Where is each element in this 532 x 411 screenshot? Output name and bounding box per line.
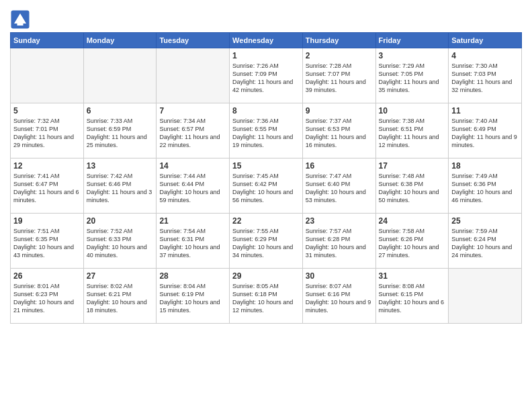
logo-icon	[10, 9, 30, 30]
day-number: 15	[232, 161, 300, 171]
day-number: 24	[379, 216, 446, 226]
day-number: 2	[306, 51, 373, 60]
day-number: 13	[87, 161, 154, 171]
day-number: 27	[87, 271, 154, 281]
logo	[10, 9, 32, 30]
day-number: 14	[159, 161, 226, 171]
day-info: Sunrise: 8:08 AMSunset: 6:15 PMDaylight:…	[379, 282, 446, 315]
col-thursday: Thursday	[302, 33, 375, 48]
day-number: 17	[379, 161, 446, 171]
day-number: 25	[451, 216, 519, 226]
day-cell: 31Sunrise: 8:08 AMSunset: 6:15 PMDayligh…	[375, 269, 449, 324]
day-info: Sunrise: 7:26 AMSunset: 7:09 PMDaylight:…	[232, 62, 300, 95]
header-row: Sunday Monday Tuesday Wednesday Thursday…	[11, 33, 522, 48]
day-cell: 7Sunrise: 7:34 AMSunset: 6:57 PMDaylight…	[157, 103, 230, 158]
day-cell: 10Sunrise: 7:38 AMSunset: 6:51 PMDayligh…	[375, 103, 449, 158]
day-info: Sunrise: 7:33 AMSunset: 6:59 PMDaylight:…	[87, 117, 154, 150]
day-cell: 21Sunrise: 7:54 AMSunset: 6:31 PMDayligh…	[157, 214, 230, 269]
day-cell	[11, 48, 84, 103]
day-info: Sunrise: 7:42 AMSunset: 6:46 PMDaylight:…	[87, 172, 154, 205]
day-number: 31	[379, 271, 446, 281]
day-info: Sunrise: 7:52 AMSunset: 6:33 PMDaylight:…	[87, 227, 154, 260]
day-info: Sunrise: 8:05 AMSunset: 6:18 PMDaylight:…	[232, 282, 300, 315]
col-saturday: Saturday	[449, 33, 522, 48]
week-row-1: 1Sunrise: 7:26 AMSunset: 7:09 PMDaylight…	[11, 48, 522, 103]
day-cell: 4Sunrise: 7:30 AMSunset: 7:03 PMDaylight…	[449, 48, 522, 103]
day-number: 12	[13, 161, 81, 171]
day-number: 20	[87, 216, 154, 226]
day-info: Sunrise: 7:47 AMSunset: 6:40 PMDaylight:…	[306, 172, 373, 205]
day-cell: 9Sunrise: 7:37 AMSunset: 6:53 PMDaylight…	[302, 103, 375, 158]
day-number: 9	[306, 106, 373, 116]
day-info: Sunrise: 7:59 AMSunset: 6:24 PMDaylight:…	[451, 227, 519, 260]
day-cell: 16Sunrise: 7:47 AMSunset: 6:40 PMDayligh…	[302, 158, 375, 214]
day-info: Sunrise: 7:36 AMSunset: 6:55 PMDaylight:…	[232, 117, 300, 150]
day-number: 7	[159, 106, 226, 116]
day-cell: 2Sunrise: 7:28 AMSunset: 7:07 PMDaylight…	[302, 48, 375, 103]
day-number: 8	[232, 106, 300, 116]
day-cell: 6Sunrise: 7:33 AMSunset: 6:59 PMDaylight…	[83, 103, 157, 158]
day-info: Sunrise: 7:40 AMSunset: 6:49 PMDaylight:…	[451, 117, 519, 150]
week-row-4: 19Sunrise: 7:51 AMSunset: 6:35 PMDayligh…	[11, 214, 522, 269]
day-cell: 22Sunrise: 7:55 AMSunset: 6:29 PMDayligh…	[230, 214, 303, 269]
day-cell	[83, 48, 157, 103]
day-cell	[449, 269, 522, 324]
day-cell: 17Sunrise: 7:48 AMSunset: 6:38 PMDayligh…	[375, 158, 449, 214]
day-cell: 18Sunrise: 7:49 AMSunset: 6:36 PMDayligh…	[449, 158, 522, 214]
day-info: Sunrise: 7:28 AMSunset: 7:07 PMDaylight:…	[306, 62, 373, 95]
day-info: Sunrise: 7:30 AMSunset: 7:03 PMDaylight:…	[451, 62, 519, 95]
day-cell: 5Sunrise: 7:32 AMSunset: 7:01 PMDaylight…	[11, 103, 84, 158]
title-area	[32, 7, 522, 8]
day-cell: 29Sunrise: 8:05 AMSunset: 6:18 PMDayligh…	[230, 269, 303, 324]
day-number: 28	[159, 271, 226, 281]
day-info: Sunrise: 7:55 AMSunset: 6:29 PMDaylight:…	[232, 227, 300, 260]
day-cell: 3Sunrise: 7:29 AMSunset: 7:05 PMDaylight…	[375, 48, 449, 103]
day-number: 3	[379, 51, 446, 60]
day-number: 1	[232, 51, 300, 60]
day-info: Sunrise: 7:49 AMSunset: 6:36 PMDaylight:…	[451, 172, 519, 205]
col-wednesday: Wednesday	[230, 33, 303, 48]
day-info: Sunrise: 7:32 AMSunset: 7:01 PMDaylight:…	[13, 117, 81, 150]
day-cell: 15Sunrise: 7:45 AMSunset: 6:42 PMDayligh…	[230, 158, 303, 214]
day-number: 29	[232, 271, 300, 281]
day-cell: 14Sunrise: 7:44 AMSunset: 6:44 PMDayligh…	[157, 158, 230, 214]
day-cell: 26Sunrise: 8:01 AMSunset: 6:23 PMDayligh…	[11, 269, 84, 324]
day-info: Sunrise: 8:04 AMSunset: 6:19 PMDaylight:…	[159, 282, 226, 315]
col-monday: Monday	[83, 33, 157, 48]
week-row-5: 26Sunrise: 8:01 AMSunset: 6:23 PMDayligh…	[11, 269, 522, 324]
day-number: 21	[159, 216, 226, 226]
week-row-3: 12Sunrise: 7:41 AMSunset: 6:47 PMDayligh…	[11, 158, 522, 214]
day-number: 16	[306, 161, 373, 171]
day-info: Sunrise: 7:38 AMSunset: 6:51 PMDaylight:…	[379, 117, 446, 150]
day-number: 5	[13, 106, 81, 116]
day-info: Sunrise: 8:02 AMSunset: 6:21 PMDaylight:…	[87, 282, 154, 315]
day-info: Sunrise: 7:57 AMSunset: 6:28 PMDaylight:…	[306, 227, 373, 260]
day-number: 26	[13, 271, 81, 281]
col-friday: Friday	[375, 33, 449, 48]
day-cell: 23Sunrise: 7:57 AMSunset: 6:28 PMDayligh…	[302, 214, 375, 269]
header	[10, 7, 522, 30]
day-info: Sunrise: 7:34 AMSunset: 6:57 PMDaylight:…	[159, 117, 226, 150]
day-info: Sunrise: 7:51 AMSunset: 6:35 PMDaylight:…	[13, 227, 81, 260]
svg-rect-2	[17, 24, 24, 26]
day-cell: 25Sunrise: 7:59 AMSunset: 6:24 PMDayligh…	[449, 214, 522, 269]
day-info: Sunrise: 7:29 AMSunset: 7:05 PMDaylight:…	[379, 62, 446, 95]
day-info: Sunrise: 8:01 AMSunset: 6:23 PMDaylight:…	[13, 282, 81, 315]
day-cell: 11Sunrise: 7:40 AMSunset: 6:49 PMDayligh…	[449, 103, 522, 158]
day-number: 19	[13, 216, 81, 226]
calendar: Sunday Monday Tuesday Wednesday Thursday…	[10, 32, 522, 324]
day-info: Sunrise: 8:07 AMSunset: 6:16 PMDaylight:…	[306, 282, 373, 315]
day-number: 23	[306, 216, 373, 226]
day-cell: 12Sunrise: 7:41 AMSunset: 6:47 PMDayligh…	[11, 158, 84, 214]
day-info: Sunrise: 7:58 AMSunset: 6:26 PMDaylight:…	[379, 227, 446, 260]
page: Sunday Monday Tuesday Wednesday Thursday…	[0, 0, 532, 411]
day-info: Sunrise: 7:45 AMSunset: 6:42 PMDaylight:…	[232, 172, 300, 205]
day-cell: 27Sunrise: 8:02 AMSunset: 6:21 PMDayligh…	[83, 269, 157, 324]
week-row-2: 5Sunrise: 7:32 AMSunset: 7:01 PMDaylight…	[11, 103, 522, 158]
day-number: 6	[87, 106, 154, 116]
col-tuesday: Tuesday	[157, 33, 230, 48]
day-number: 10	[379, 106, 446, 116]
day-info: Sunrise: 7:48 AMSunset: 6:38 PMDaylight:…	[379, 172, 446, 205]
day-number: 30	[306, 271, 373, 281]
day-info: Sunrise: 7:54 AMSunset: 6:31 PMDaylight:…	[159, 227, 226, 260]
